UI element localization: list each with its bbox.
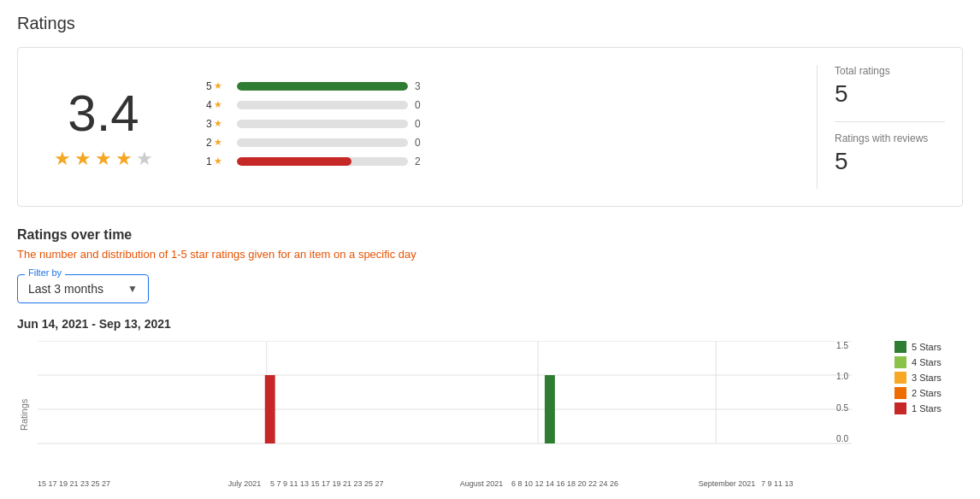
bar-track-3 xyxy=(237,120,408,128)
star-3: ★ xyxy=(95,148,112,170)
filter-label: Filter by xyxy=(25,267,65,278)
chevron-down-icon: ▼ xyxy=(127,283,138,295)
bar-track-2 xyxy=(237,138,408,147)
filter-select[interactable]: Last month Last 3 months Last 6 months L… xyxy=(28,282,121,296)
ratings-with-reviews-label: Ratings with reviews xyxy=(835,132,945,144)
bar-row-2: 2 ★ 0 xyxy=(206,137,782,149)
legend-color-5stars xyxy=(894,341,906,353)
bar-count-5: 3 xyxy=(415,80,432,92)
bar-count-4: 0 xyxy=(415,99,432,111)
legend-color-1stars xyxy=(894,402,906,414)
star-4: ★ xyxy=(115,148,133,170)
section-title: Ratings over time xyxy=(17,227,963,243)
bar-fill-1 xyxy=(237,157,351,166)
rating-stars: ★ ★ ★ ★ ★ xyxy=(35,148,172,170)
bar-row-4: 4 ★ 0 xyxy=(206,99,782,111)
chart-svg xyxy=(38,341,852,478)
bar-track-4 xyxy=(237,101,408,109)
bar-track-1 xyxy=(237,157,408,166)
bar-track-5 xyxy=(237,82,408,91)
star-1: ★ xyxy=(54,148,71,170)
legend-4stars: 4 Stars xyxy=(894,356,963,368)
legend-color-3stars xyxy=(894,372,906,384)
legend-2stars: 2 Stars xyxy=(894,387,963,399)
legend-color-2stars xyxy=(894,387,906,399)
bar-count-1: 2 xyxy=(415,156,432,167)
legend-1stars: 1 Stars xyxy=(894,402,963,414)
chart-legend: 5 Stars 4 Stars 3 Stars 2 Stars xyxy=(894,341,963,414)
y-axis-label: Ratings xyxy=(17,341,31,488)
x-axis-labels: 15 17 19 21 23 25 27 July 2021 5 7 9 11 … xyxy=(38,479,852,488)
legend-3stars: 3 Stars xyxy=(894,372,963,384)
ratings-with-reviews-value: 5 xyxy=(835,148,945,175)
section-subtitle: The number and distribution of 1-5 star … xyxy=(17,248,963,261)
rating-bars: 5 ★ 3 4 ★ 0 3 ★ 0 xyxy=(206,80,782,174)
ratings-over-time-section: Ratings over time The number and distrib… xyxy=(17,227,963,488)
rating-summary-card: 3.4 ★ ★ ★ ★ ★ 5 ★ 3 4 ★ xyxy=(17,47,963,207)
bar-row-5: 5 ★ 3 xyxy=(206,80,782,92)
rating-score-section: 3.4 ★ ★ ★ ★ ★ xyxy=(35,84,172,170)
bar-1star xyxy=(265,375,275,443)
y-axis-labels: 0.0 0.5 1.0 1.5 xyxy=(826,341,852,443)
bar-count-3: 0 xyxy=(415,118,432,130)
rating-number: 3.4 xyxy=(35,84,172,143)
date-range: Jun 14, 2021 - Sep 13, 2021 xyxy=(17,317,963,331)
page-title: Ratings xyxy=(17,14,963,33)
rating-totals: Total ratings 5 Ratings with reviews 5 xyxy=(817,65,945,189)
bar-fill-5 xyxy=(237,82,408,91)
total-ratings-label: Total ratings xyxy=(835,65,945,77)
bar-count-2: 0 xyxy=(415,137,432,149)
legend-5stars: 5 Stars xyxy=(894,341,963,353)
bar-5star xyxy=(545,375,555,443)
bar-row-3: 3 ★ 0 xyxy=(206,118,782,130)
legend-color-4stars xyxy=(894,356,906,368)
star-5: ★ xyxy=(136,148,153,170)
total-ratings-value: 5 xyxy=(835,80,945,108)
star-2: ★ xyxy=(74,148,92,170)
filter-box: Filter by Last month Last 3 months Last … xyxy=(17,274,149,303)
bar-row-1: 1 ★ 2 xyxy=(206,156,782,167)
